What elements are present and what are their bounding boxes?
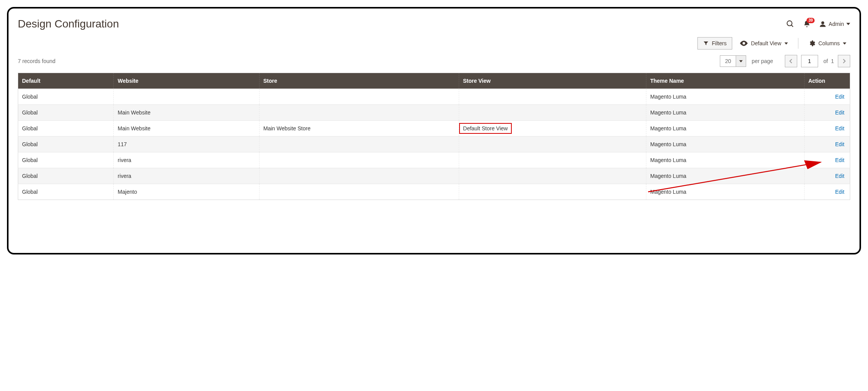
records-found-label: 7 records found (18, 58, 55, 64)
table-row: GlobalMagento LumaEdit (18, 89, 850, 105)
eye-icon (740, 41, 748, 46)
cell-action: Edit (804, 105, 850, 121)
pager-next-button[interactable] (838, 55, 850, 67)
cell-default: Global (18, 168, 114, 184)
search-icon (786, 20, 795, 28)
cell-theme: Magento Luma (646, 89, 804, 105)
cell-action: Edit (804, 184, 850, 200)
cell-store-view (459, 105, 646, 121)
header-actions: 39 Admin (786, 20, 850, 28)
cell-theme: Magento Luma (646, 105, 804, 121)
pager-prev-button[interactable] (785, 55, 797, 67)
cell-store (259, 168, 459, 184)
col-header-default[interactable]: Default (18, 73, 114, 89)
toolbar-separator (798, 38, 798, 49)
page-size-dropdown[interactable] (736, 55, 746, 67)
cell-website[interactable]: rivera (114, 152, 259, 168)
col-header-store-view[interactable]: Store View (459, 73, 646, 89)
svg-point-0 (787, 21, 792, 26)
page-title: Design Configuration (18, 18, 119, 30)
columns-label: Columns (818, 40, 840, 46)
cell-store-view (459, 152, 646, 168)
edit-link[interactable]: Edit (835, 141, 844, 147)
edit-link[interactable]: Edit (835, 157, 844, 163)
cell-default: Global (18, 105, 114, 121)
table-row: GlobalMain WebsiteMagento LumaEdit (18, 105, 850, 121)
table-row: Global117Magento LumaEdit (18, 137, 850, 152)
cell-store (259, 105, 459, 121)
cell-default: Global (18, 137, 114, 152)
columns-button[interactable]: Columns (805, 38, 850, 49)
filters-label: Filters (712, 40, 726, 46)
gear-icon (808, 40, 815, 47)
cell-store-view (459, 184, 646, 200)
cell-default: Global (18, 184, 114, 200)
cell-store (259, 89, 459, 105)
cell-action: Edit (804, 121, 850, 137)
edit-link[interactable]: Edit (835, 189, 844, 195)
cell-default: Global (18, 121, 114, 137)
cell-website[interactable]: rivera (114, 168, 259, 184)
pager-of-wrap: of 1 (822, 58, 834, 64)
chevron-right-icon (842, 59, 846, 63)
notifications-badge: 39 (806, 18, 815, 23)
cell-action: Edit (804, 137, 850, 152)
col-header-theme-name[interactable]: Theme Name (646, 73, 804, 89)
col-header-store[interactable]: Store (259, 73, 459, 89)
cell-store: Main Website Store (259, 121, 459, 137)
cell-default: Global (18, 152, 114, 168)
user-label: Admin (829, 21, 844, 27)
default-view-label: Default View (751, 40, 781, 46)
pager-of-label: of (824, 58, 828, 64)
page-size-control: 20 (720, 55, 746, 67)
cell-theme: Magento Luma (646, 184, 804, 200)
user-menu[interactable]: Admin (819, 20, 850, 27)
grid-toolbar: Filters Default View Columns (18, 37, 850, 50)
notifications-button[interactable]: 39 (803, 20, 811, 28)
table-row: GlobalMain WebsiteMain Website StoreDefa… (18, 121, 850, 137)
chevron-down-icon (784, 42, 788, 45)
cell-website[interactable]: Majento (114, 184, 259, 200)
table-row: GlobalriveraMagento LumaEdit (18, 168, 850, 184)
pager-page-input[interactable] (801, 55, 818, 67)
app-frame: Design Configuration 39 Admin Filters De… (7, 7, 861, 254)
edit-link[interactable]: Edit (835, 109, 844, 116)
svg-point-2 (822, 21, 825, 24)
edit-link[interactable]: Edit (835, 94, 844, 100)
col-header-action: Action (804, 73, 850, 89)
pager-total-pages: 1 (831, 58, 834, 64)
user-icon (819, 20, 826, 27)
cell-action: Edit (804, 89, 850, 105)
cell-theme: Magento Luma (646, 152, 804, 168)
design-config-table: Default Website Store Store View Theme N… (18, 73, 850, 200)
cell-website: Main Website (114, 121, 259, 137)
cell-store-view (459, 89, 646, 105)
filters-button[interactable]: Filters (697, 37, 732, 50)
cell-website (114, 89, 259, 105)
edit-link[interactable]: Edit (835, 125, 844, 131)
table-row: GlobalriveraMagento LumaEdit (18, 152, 850, 168)
edit-link[interactable]: Edit (835, 173, 844, 179)
cell-theme: Magento Luma (646, 121, 804, 137)
search-button[interactable] (786, 20, 795, 28)
cell-action: Edit (804, 168, 850, 184)
chevron-down-icon (739, 60, 743, 63)
cell-store-view (459, 137, 646, 152)
cell-default: Global (18, 89, 114, 105)
default-view-button[interactable]: Default View (736, 38, 791, 49)
cell-website[interactable]: 117 (114, 137, 259, 152)
chevron-down-icon (846, 22, 850, 26)
cell-store-view: Default Store View (459, 121, 646, 137)
cell-website: Main Website (114, 105, 259, 121)
per-page-label: per page (752, 58, 773, 64)
cell-store-view (459, 168, 646, 184)
table-header-row: Default Website Store Store View Theme N… (18, 73, 850, 89)
records-bar: 7 records found 20 per page of 1 (18, 55, 850, 67)
pager: 20 per page of 1 (720, 55, 850, 67)
highlight-box: Default Store View (459, 123, 512, 134)
cell-theme: Magento Luma (646, 168, 804, 184)
cell-store (259, 184, 459, 200)
table-row: GlobalMajentoMagento LumaEdit (18, 184, 850, 200)
cell-store (259, 137, 459, 152)
col-header-website[interactable]: Website (114, 73, 259, 89)
